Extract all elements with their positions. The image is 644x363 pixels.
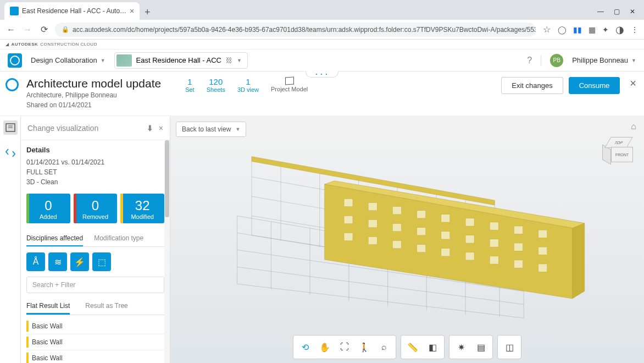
discipline-elec-icon[interactable]: ⚡ — [70, 252, 89, 271]
ext-icon[interactable]: ▦ — [589, 25, 596, 34]
forward-icon[interactable]: → — [22, 25, 33, 35]
result-list: Basic Wall Basic Wall Basic Wall Basic W… — [26, 318, 164, 363]
star-icon[interactable]: ☆ — [541, 24, 552, 35]
svg-rect-52 — [490, 256, 498, 264]
svg-rect-39 — [392, 224, 401, 232]
profile-icon[interactable]: ◑ — [615, 24, 624, 36]
ext-icon[interactable]: ◯ — [558, 25, 567, 34]
svg-rect-36 — [538, 230, 547, 238]
back-to-last-view[interactable]: Back to last view ▼ — [176, 122, 246, 137]
url-text: acc.autodesk.com/dc/home/projects/597a5b… — [73, 26, 536, 34]
scrollbar-thumb[interactable] — [165, 140, 169, 217]
discipline-mech-icon[interactable]: ⬚ — [92, 252, 111, 271]
list-item[interactable]: Basic Wall — [26, 350, 164, 363]
drawer-handle[interactable]: • • • — [306, 71, 338, 78]
svg-rect-35 — [514, 226, 523, 234]
svg-rect-50 — [441, 249, 450, 256]
measure-icon[interactable]: 📏 — [403, 338, 422, 356]
stat-set[interactable]: 1 Set — [185, 77, 195, 93]
svg-rect-30 — [392, 207, 401, 215]
settings-icon[interactable]: ✷ — [452, 338, 470, 356]
app-switcher[interactable]: Design Collaboration ▼ — [31, 56, 106, 64]
stat-sheets[interactable]: 120 Sheets — [207, 77, 225, 93]
stats-row: 1 Set 120 Sheets 1 3D view Project Model — [185, 77, 308, 93]
project-thumbnail — [116, 54, 132, 67]
lock-icon: 🔒 — [62, 26, 69, 33]
panel-title: Change visualization — [27, 124, 98, 133]
project-name: East Residence Hall - ACC — [136, 56, 221, 64]
split-view-icon[interactable]: ◫ — [500, 338, 519, 356]
discipline-arch-icon[interactable]: Å — [26, 252, 45, 271]
tab-flat-list[interactable]: Flat Result List — [26, 299, 70, 315]
svg-rect-28 — [344, 199, 353, 207]
scrollbar[interactable] — [164, 140, 170, 363]
change-counters: 0 Added 0 Removed 32 Modified — [26, 194, 164, 223]
discipline-icons: Å ≋ ⚡ ⬚ — [26, 252, 164, 271]
close-tab-icon[interactable]: × — [130, 7, 134, 15]
svg-rect-34 — [490, 222, 498, 230]
pan-icon[interactable]: ✋ — [315, 338, 334, 356]
project-selector[interactable]: East Residence Hall - ACC ⛓ ▼ — [114, 52, 248, 69]
home-icon[interactable]: ⌂ — [631, 122, 636, 131]
filter-tabs: Disciplines affected Modification type — [26, 231, 164, 247]
menu-icon[interactable]: ⋮ — [631, 25, 639, 34]
hub-icon[interactable] — [8, 53, 22, 68]
set-name: FULL SET — [26, 167, 164, 177]
tab-modification-type[interactable]: Modification type — [94, 231, 143, 246]
walk-icon[interactable]: 🚶 — [355, 338, 374, 356]
page-title: Architecture model update — [26, 77, 161, 90]
chevron-down-icon: ▼ — [631, 58, 636, 63]
stat-project-model[interactable]: Project Model — [271, 77, 308, 93]
browser-tab[interactable]: East Residence Hall - ACC - Auto… × — [4, 2, 140, 20]
brand-text: AUTODESK — [12, 42, 38, 47]
counter-modified[interactable]: 32 Modified — [120, 194, 164, 223]
search-filter-input[interactable]: Search + Filter — [26, 277, 164, 293]
view-name: 3D - Clean — [26, 177, 164, 187]
counter-added[interactable]: 0 Added — [26, 194, 70, 223]
back-icon[interactable]: ← — [5, 25, 16, 35]
changes-panel-icon[interactable] — [3, 120, 18, 135]
chevron-down-icon: ▼ — [235, 127, 240, 132]
svg-rect-43 — [490, 239, 498, 247]
link-icon: ⛓ — [226, 57, 232, 64]
exit-changes-button[interactable]: Exit changes — [501, 77, 563, 94]
panel-close-icon[interactable]: × — [159, 124, 163, 133]
url-field[interactable]: 🔒 acc.autodesk.com/dc/home/projects/597a… — [55, 23, 536, 37]
orbit-icon[interactable]: ⟲ — [296, 338, 314, 356]
tab-tree[interactable]: Result as Tree — [85, 299, 127, 315]
new-tab-button[interactable]: + — [140, 4, 155, 20]
maximize-icon[interactable]: ▢ — [614, 8, 620, 15]
counter-removed[interactable]: 0 Removed — [74, 194, 118, 223]
stat-3dview[interactable]: 1 3D view — [237, 77, 259, 93]
ext-icon[interactable]: ▮▮ — [573, 25, 582, 34]
compare-icon[interactable] — [3, 146, 18, 160]
discipline-struct-icon[interactable]: ≋ — [48, 252, 67, 271]
list-item[interactable]: Basic Wall — [26, 334, 164, 350]
close-icon[interactable]: × — [630, 77, 636, 94]
app-name: Design Collaboration — [31, 56, 97, 64]
help-icon[interactable]: ? — [527, 56, 532, 65]
camera-icon[interactable]: ⌕ — [375, 338, 393, 356]
panel-header: Change visualization ⬇ × — [21, 116, 170, 140]
app-header: Design Collaboration ▼ East Residence Ha… — [0, 50, 644, 72]
download-icon[interactable]: ⬇ — [147, 124, 153, 133]
browser-url-bar: ← → ⟳ 🔒 acc.autodesk.com/dc/home/project… — [0, 20, 644, 40]
subtitle-shared: Shared on 01/14/2021 — [26, 100, 161, 110]
reload-icon[interactable]: ⟳ — [38, 24, 49, 35]
user-menu[interactable]: Philippe Bonneau ▼ — [572, 56, 636, 64]
list-item[interactable]: Basic Wall — [26, 318, 164, 334]
extensions-puzzle-icon[interactable]: ✦ — [602, 25, 609, 34]
favicon — [10, 7, 19, 15]
properties-icon[interactable]: ▤ — [471, 338, 490, 356]
consume-button[interactable]: Consume — [569, 77, 620, 94]
zoom-icon[interactable]: ⛶ — [335, 338, 354, 356]
window-close-icon[interactable]: ✕ — [630, 8, 635, 15]
svg-rect-44 — [514, 243, 523, 251]
model-viewer[interactable]: Back to last view ▼ ⌂ TOP FRONT — [170, 116, 644, 363]
svg-rect-51 — [465, 252, 474, 260]
tab-disciplines[interactable]: Disciplines affected — [26, 231, 83, 246]
avatar[interactable]: PB — [550, 54, 563, 67]
section-icon[interactable]: ◧ — [423, 338, 442, 356]
chevron-down-icon: ▼ — [101, 58, 106, 63]
minimize-icon[interactable]: — — [597, 8, 604, 15]
